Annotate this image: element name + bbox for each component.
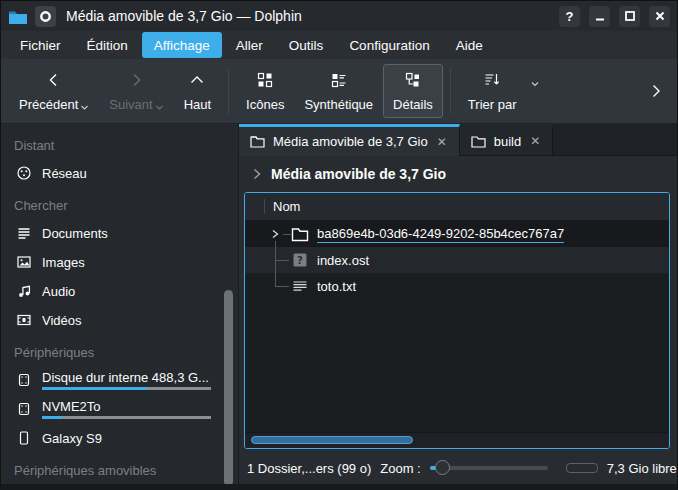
caret-down-icon (155, 103, 164, 112)
sort-by-button[interactable]: Trier par (458, 64, 527, 118)
audio-icon (16, 283, 32, 299)
main-panel: Média amovible de 3,7 Gio ✕ build ✕ Médi… (239, 124, 677, 484)
menubar: Fichier Édition Affichage Aller Outils C… (1, 31, 677, 59)
horizontal-scrollbar[interactable] (245, 432, 669, 448)
sidebar-item-galaxy-s9[interactable]: Galaxy S9 (12, 424, 214, 452)
details-view-label: Détails (393, 97, 433, 112)
help-button[interactable]: ? (559, 6, 580, 27)
tree-branch-line (275, 286, 289, 287)
expander-chevron-icon[interactable] (267, 226, 283, 242)
section-header-peripheriques: Périphériques (1, 335, 238, 365)
capacity-bar (566, 463, 598, 473)
forward-button[interactable]: Suivant (99, 64, 173, 118)
folder-icon (291, 225, 309, 243)
text-file-icon (291, 277, 309, 295)
close-button[interactable] (649, 6, 670, 27)
statusbar: 1 Dossier,...ers (99 o) Zoom : 7,3 Gio l… (239, 452, 677, 484)
menu-fichier[interactable]: Fichier (8, 32, 73, 58)
toolbar-separator (450, 68, 451, 114)
view-empty-area[interactable] (245, 299, 669, 432)
sidebar-item-disque-dur[interactable]: Disque dur interne 488,3 G... (12, 366, 214, 394)
chevron-right-icon (128, 70, 144, 90)
tab-build[interactable]: build ✕ (460, 124, 554, 155)
icons-view-label: Icônes (246, 97, 284, 112)
maximize-button[interactable] (619, 6, 640, 27)
back-label: Précédent (19, 97, 78, 112)
sidebar-item-label: NVME2To (42, 399, 211, 414)
zoom-slider[interactable] (430, 459, 548, 477)
details-view-button[interactable]: Détails (383, 64, 443, 118)
content: Distant Réseau Chercher Documents Images (1, 124, 677, 484)
menu-aide[interactable]: Aide (444, 32, 495, 58)
minimize-button[interactable] (589, 6, 610, 27)
disk-usage-bar (42, 416, 211, 419)
window-menu-button[interactable] (35, 6, 56, 27)
compact-view-icon (330, 70, 348, 90)
sort-caret-down-icon[interactable] (530, 79, 540, 89)
sidebar-item-label: Disque dur interne 488,3 G... (42, 370, 211, 385)
up-button[interactable]: Haut (174, 64, 221, 118)
sidebar-item-reseau[interactable]: Réseau (12, 159, 214, 187)
icons-view-button[interactable]: Icônes (236, 64, 294, 118)
toolbar: Précédent Suivant Haut Icônes (1, 59, 677, 124)
file-name[interactable]: ba869e4b-03d6-4249-9202-85b4cec767a7 (317, 226, 564, 243)
breadcrumb: Média amovible de 3,7 Gio (239, 156, 677, 192)
chevron-up-icon (189, 70, 205, 90)
sidebar-item-audio[interactable]: Audio (12, 277, 214, 305)
window-title: Média amovible de 3,7 Gio — Dolphin (66, 8, 302, 24)
tabbar: Média amovible de 3,7 Gio ✕ build ✕ (239, 124, 677, 156)
chevron-right-icon (252, 168, 262, 180)
sidebar-item-nvme2to[interactable]: NVME2To (12, 395, 214, 423)
sidebar-item-label: Documents (42, 226, 211, 241)
dolphin-window: Média amovible de 3,7 Gio — Dolphin ? Fi… (0, 0, 678, 490)
caret-down-icon (80, 103, 89, 112)
zoom-label: Zoom : (380, 461, 420, 476)
sort-by-label: Trier par (468, 97, 517, 112)
file-row-index-ost[interactable]: ? index.ost (245, 247, 669, 273)
menu-outils[interactable]: Outils (277, 32, 336, 58)
tree-branch-line (275, 260, 289, 261)
file-row-folder[interactable]: ba869e4b-03d6-4249-9202-85b4cec767a7 (245, 221, 669, 247)
sidebar-item-documents[interactable]: Documents (12, 219, 214, 247)
sidebar-item-label: Images (42, 255, 211, 270)
file-view: Nom ba869e4b-03d6-4249-9202-85b (244, 192, 670, 449)
menu-aller[interactable]: Aller (224, 32, 275, 58)
file-row-toto-txt[interactable]: toto.txt (245, 273, 669, 299)
tree-branch-line (283, 234, 291, 235)
tab-title: build (494, 134, 521, 149)
tab-media-amovible[interactable]: Média amovible de 3,7 Gio ✕ (239, 124, 460, 156)
menu-edition[interactable]: Édition (75, 32, 140, 58)
sidebar-item-images[interactable]: Images (12, 248, 214, 276)
app-folder-icon (8, 8, 28, 25)
tab-close-icon[interactable]: ✕ (529, 134, 541, 148)
sidebar-item-label: Audio (42, 284, 211, 299)
sidebar-item-label: Vidéos (42, 313, 211, 328)
menu-affichage[interactable]: Affichage (142, 32, 222, 58)
compact-view-button[interactable]: Synthétique (294, 64, 383, 118)
back-button[interactable]: Précédent (9, 64, 99, 118)
forward-label: Suivant (109, 97, 152, 112)
horizontal-scrollbar-thumb[interactable] (251, 436, 413, 444)
image-icon (16, 254, 32, 270)
document-icon (16, 225, 32, 241)
section-header-chercher: Chercher (1, 188, 238, 218)
sidebar-item-label: Galaxy S9 (42, 431, 211, 446)
file-name[interactable]: toto.txt (317, 279, 356, 294)
column-header-nom[interactable]: Nom (265, 199, 300, 214)
tab-close-icon[interactable]: ✕ (436, 135, 448, 149)
toolbar-overflow-button[interactable] (643, 77, 669, 105)
file-rows: ba869e4b-03d6-4249-9202-85b4cec767a7 ? i… (245, 221, 669, 299)
video-icon (16, 312, 32, 328)
file-name[interactable]: index.ost (317, 253, 369, 268)
sidebar-item-videos[interactable]: Vidéos (12, 306, 214, 334)
zoom-slider-handle[interactable] (435, 460, 450, 475)
unknown-file-icon: ? (291, 251, 309, 269)
sidebar-scrollbar[interactable] (224, 290, 233, 484)
folder-icon (250, 135, 265, 148)
svg-text:?: ? (297, 255, 303, 266)
network-icon (16, 165, 32, 181)
menu-configuration[interactable]: Configuration (337, 32, 441, 58)
sort-icon (483, 70, 501, 90)
sidebar-item-label: Réseau (42, 166, 211, 181)
breadcrumb-location[interactable]: Média amovible de 3,7 Gio (271, 166, 446, 182)
